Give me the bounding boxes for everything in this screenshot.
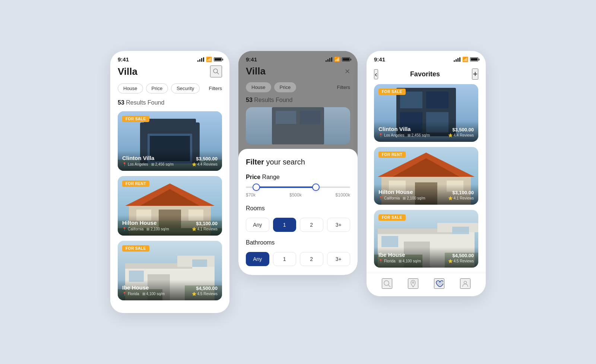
fav-reviews-1: ⭐ 4.4 Reviews	[448, 133, 474, 137]
screens-container: 9:41 📶 Villa	[110, 51, 486, 313]
favorites-list: FOR SALE Clinton Villa 📍 Los Angeles ⊞ 2…	[367, 84, 486, 268]
screen2-close-icon[interactable]: ✕	[345, 67, 350, 76]
nav-heart-btn[interactable]	[434, 278, 444, 289]
card-reviews-3: ⭐ 4.5 Reviews	[192, 292, 218, 296]
fav-badge-2: FOR RENT	[378, 151, 406, 158]
fav-name-2: Hilton House	[378, 189, 425, 195]
filter-chips-1: House Price Security Filters	[118, 83, 222, 93]
rooms-btn-1[interactable]: 1	[273, 218, 297, 232]
fav-info-left-3: Ibe House 📍 Florida ⊞ 4,100 sq/m	[378, 252, 421, 263]
range-labels: $70k $500k $1000k	[246, 192, 350, 198]
svg-rect-51	[381, 236, 398, 247]
fav-meta-2: 📍 California ⊞ 2,100 sq/m	[378, 196, 425, 200]
screen1-header: Villa	[118, 66, 222, 77]
rooms-btn-2[interactable]: 2	[300, 218, 323, 232]
chip-price-2[interactable]: Price	[274, 82, 297, 92]
nav-heart-icon	[435, 280, 443, 288]
bathrooms-btn-any[interactable]: Any	[246, 252, 269, 266]
area-icon-3: ⊞	[142, 292, 145, 296]
fav-card-2[interactable]: FOR RENT Hilton House 📍 California ⊞ 2,1…	[374, 147, 478, 205]
signal-icon-2	[326, 57, 332, 62]
fav-badge-3: FOR SALE	[378, 214, 406, 221]
back-button[interactable]: ‹	[374, 69, 378, 79]
screen2-chips: House Price Filters	[246, 82, 350, 92]
range-thumb-left[interactable]	[253, 183, 260, 191]
bathrooms-section: Bathrooms Any 1 2 3+	[246, 239, 350, 266]
rooms-btn-any[interactable]: Any	[246, 218, 269, 232]
card-price-3: $4,500.00	[192, 285, 218, 291]
fav-overlay-3: Ibe House 📍 Florida ⊞ 4,100 sq/m $4,500.…	[374, 247, 478, 268]
rooms-section: Rooms Any 1 2 3+	[246, 205, 350, 232]
bathrooms-btn-2[interactable]: 2	[300, 252, 323, 266]
card-location-3: 📍 Florida	[122, 292, 139, 296]
svg-rect-9	[174, 124, 185, 137]
chip-house-2[interactable]: House	[246, 82, 271, 92]
screen2-title: Villa	[246, 66, 266, 77]
range-thumb-right[interactable]	[312, 183, 320, 191]
nav-profile-btn[interactable]	[460, 278, 470, 289]
screen2-header: Villa ✕	[246, 66, 350, 77]
card-info-right-3: $4,500.00 ⭐ 4.5 Reviews	[192, 285, 218, 296]
nav-search-btn[interactable]	[382, 278, 392, 289]
bathrooms-btn-1[interactable]: 1	[273, 252, 297, 266]
screen3-phone: 9:41 📶 ‹ Favorites +	[367, 51, 486, 296]
card-price-1: $3,500.00	[192, 156, 218, 162]
card-badge-1: FOR SALE	[122, 116, 149, 122]
svg-rect-5	[172, 122, 192, 139]
status-time-1: 9:41	[118, 56, 129, 63]
rooms-label: Rooms	[246, 205, 350, 212]
fav-name-3: Ibe House	[378, 252, 421, 258]
screen2-phone: 9:41 📶 Villa ✕	[238, 51, 358, 275]
favorites-title: Favorites	[410, 70, 440, 78]
card-area-2: ⊞ 2,100 sq/m	[146, 227, 169, 231]
property-card-1[interactable]: FOR SALE Clinton Villa 📍 Los Angeles ⊞ 2…	[118, 111, 222, 171]
svg-point-57	[412, 282, 414, 283]
fav-price-1: $3,500.00	[448, 127, 474, 132]
chip-house-1[interactable]: House	[118, 83, 143, 93]
fav-meta-1: 📍 Los Angeles ⊞ 2,456 sq/m	[378, 133, 430, 137]
fav-name-1: Clinton Villa	[378, 126, 430, 132]
nav-location-btn[interactable]	[408, 278, 418, 289]
card-overlay-1: Clinton Villa 📍 Los Angeles ⊞ 2,456 sq/m	[118, 150, 222, 171]
card-reviews-1: ⭐ 4.4 Reviews	[192, 162, 218, 166]
bathrooms-btn-3plus[interactable]: 3+	[327, 252, 351, 266]
fav-location-3: 📍 Florida	[378, 259, 396, 263]
card-meta-1: 📍 Los Angeles ⊞ 2,456 sq/m	[122, 162, 174, 166]
svg-rect-36	[426, 92, 448, 108]
property-card-3[interactable]: FOR SALE Ibe House 📍 Florida ⊞ 4,100 sq/…	[118, 241, 222, 300]
price-mid-label: $500k	[289, 192, 302, 198]
chip-security-1[interactable]: Security	[171, 83, 200, 93]
card-info-left-3: Ibe House 📍 Florida ⊞ 4,100 sq/m	[122, 284, 165, 296]
results-count-1: 53 Results Found	[118, 99, 222, 106]
wifi-icon-1: 📶	[206, 57, 212, 62]
filter-modal-title: Filter your search	[246, 158, 350, 166]
status-bar-1: 9:41 📶	[110, 51, 229, 66]
card-area-3: ⊞ 4,100 sq/m	[142, 292, 165, 296]
fav-price-3: $4,500.00	[448, 253, 474, 258]
status-bar-2: 9:41 📶	[246, 51, 350, 66]
card-name-3: Ibe House	[122, 284, 165, 291]
card-overlay-2: Hilton House 📍 California ⊞ 2,100 sq/m	[118, 215, 222, 236]
fav-price-block-1: $3,500.00 ⭐ 4.4 Reviews	[448, 127, 474, 137]
signal-icon-1	[197, 57, 204, 62]
card-price-2: $3,100.00	[192, 221, 218, 226]
area-icon-2: ⊞	[146, 227, 149, 231]
rooms-btn-3plus[interactable]: 3+	[327, 218, 351, 232]
fav-card-3[interactable]: FOR SALE Ibe House 📍 Florida ⊞ 4,100 sq/…	[374, 210, 478, 268]
fav-price-block-2: $3,100.00 ⭐ 4.1 Reviews	[448, 190, 474, 200]
status-icons-3: 📶	[454, 57, 478, 62]
card-location-1: 📍 Los Angeles	[122, 162, 148, 166]
signal-icon-3	[454, 57, 460, 62]
search-button-1[interactable]	[210, 66, 222, 77]
filters-btn-1[interactable]: Filters	[209, 86, 222, 91]
card-info-right-2: $3,100.00 ⭐ 4.1 Reviews	[192, 221, 218, 231]
property-card-2[interactable]: FOR RENT Hilton House 📍 California ⊞ 2,1…	[118, 176, 222, 236]
add-button[interactable]: +	[472, 68, 478, 80]
fav-reviews-3: ⭐ 4.5 Reviews	[448, 259, 474, 263]
fav-card-1[interactable]: FOR SALE Clinton Villa 📍 Los Angeles ⊞ 2…	[374, 84, 478, 142]
filters-btn-2[interactable]: Filters	[337, 82, 350, 92]
fav-area-3: ⊞ 4,100 sq/m	[399, 259, 421, 263]
chip-price-1[interactable]: Price	[146, 83, 168, 93]
card-overlay-3: Ibe House 📍 Florida ⊞ 4,100 sq/m	[118, 280, 222, 300]
fav-location-2: 📍 California	[378, 196, 400, 200]
